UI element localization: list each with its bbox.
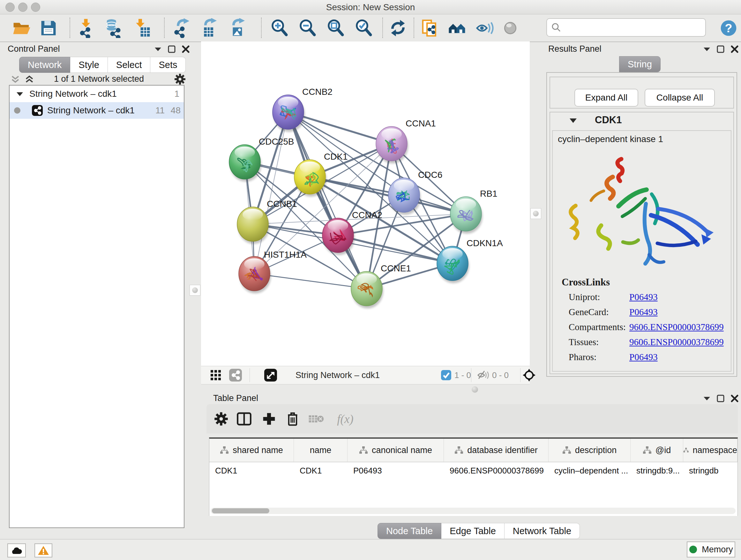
table-cell-database-identifier[interactable]: 9606.ENSP00000378699: [444, 462, 549, 479]
column-header-description[interactable]: description: [549, 439, 630, 462]
panel-float-icon[interactable]: [717, 395, 724, 402]
left-splitter-handle[interactable]: [190, 285, 200, 296]
zoom-out-icon: [297, 18, 317, 38]
export-table-button[interactable]: [199, 17, 221, 39]
table-cell-description[interactable]: cyclin–dependent ...: [549, 462, 630, 479]
column-header-shared-name[interactable]: shared name: [209, 439, 294, 462]
import-network-database-button[interactable]: [103, 17, 125, 39]
refresh-layout-button[interactable]: [387, 17, 409, 39]
network-style-button[interactable]: [229, 369, 242, 381]
help-button[interactable]: ?: [718, 17, 740, 39]
expand-all-chevron-icon[interactable]: [25, 75, 34, 84]
panel-close-icon[interactable]: [731, 395, 738, 402]
table-cell-shared-name[interactable]: CDK1: [209, 462, 294, 479]
scrollbar-thumb[interactable]: [212, 508, 269, 513]
grid-view-button[interactable]: [210, 369, 221, 381]
tree-column-icon: [643, 446, 652, 454]
section-expander-icon[interactable]: [569, 118, 577, 123]
table-cell-id[interactable]: stringdb:9...: [630, 462, 683, 479]
birdseye-view-button[interactable]: [264, 369, 277, 381]
tab-style[interactable]: Style: [70, 57, 108, 73]
column-header-id[interactable]: @id: [630, 439, 683, 462]
memory-button[interactable]: Memory: [687, 542, 735, 557]
show-columns-button[interactable]: [234, 409, 254, 429]
panel-menu-icon[interactable]: [154, 47, 161, 52]
zoom-fit-button[interactable]: [324, 17, 347, 39]
open-string-home-button[interactable]: [446, 17, 468, 39]
crosslink-link-tissues[interactable]: 9606.ENSP00000378699: [629, 337, 724, 348]
selected-nodes-indicator[interactable]: 1 - 0: [441, 369, 471, 381]
table-cell-namespace[interactable]: stringdb: [683, 462, 738, 479]
column-header-name[interactable]: name: [294, 439, 347, 462]
tab-select[interactable]: Select: [108, 57, 151, 73]
show-hide-glass-ball-button[interactable]: [499, 17, 522, 39]
panel-float-icon[interactable]: [717, 45, 724, 53]
crosslink-link-genecard[interactable]: P06493: [629, 307, 658, 317]
zoom-out-button[interactable]: [296, 17, 319, 39]
export-image-button[interactable]: [226, 17, 249, 39]
network-edge-CCNB2-CCNE1[interactable]: [288, 112, 367, 289]
tab-sets[interactable]: Sets: [150, 57, 186, 73]
panel-float-icon[interactable]: [168, 45, 176, 53]
network-edge-CDK1-RB1[interactable]: [310, 177, 466, 214]
crosslink-link-compartments[interactable]: 9606.ENSP00000378699: [629, 322, 724, 332]
panel-close-icon[interactable]: [182, 45, 190, 53]
network-edge-HIST1H1A-CCNE1[interactable]: [254, 273, 367, 289]
current-network-dot: [14, 107, 20, 114]
network-collection-row[interactable]: String Network – cdk1 1: [10, 85, 184, 102]
tab-string[interactable]: String: [619, 56, 661, 72]
crosslink-link-uniprot[interactable]: P06493: [629, 292, 658, 302]
node-label-CDKN1A: CDKN1A: [467, 238, 503, 248]
column-header-namespace[interactable]: namespace: [683, 439, 738, 462]
save-session-button[interactable]: [37, 17, 60, 39]
network-canvas[interactable]: CCNB2CCNA1CDC25BCDK1CDC6RB1CCNB1CCNA2CDK…: [201, 42, 530, 366]
warnings-button[interactable]: [35, 543, 52, 557]
tab-network-table[interactable]: Network Table: [504, 523, 580, 539]
network-from-clipboard-button[interactable]: [419, 17, 441, 39]
hidden-elements-indicator[interactable]: 0 - 0: [477, 369, 509, 381]
protein-structure-image: [556, 149, 728, 273]
export-network-button[interactable]: [171, 17, 193, 39]
zoom-in-button[interactable]: [268, 17, 290, 39]
create-column-button[interactable]: [259, 409, 279, 429]
collapse-all-chevron-icon[interactable]: [11, 75, 20, 84]
collapse-all-button[interactable]: Collapse All: [645, 89, 715, 107]
network-options-gear-icon[interactable]: [174, 73, 186, 85]
panel-menu-icon[interactable]: [703, 47, 711, 52]
import-table-file-button[interactable]: [131, 17, 153, 39]
collection-expander-icon[interactable]: [17, 91, 23, 97]
import-network-file-button[interactable]: [75, 17, 97, 39]
enhanced-labels-button[interactable]: [474, 17, 496, 39]
network-node-RB1[interactable]: RB1: [450, 189, 497, 234]
table-cell-name[interactable]: CDK1: [294, 462, 347, 479]
tab-edge-table[interactable]: Edge Table: [441, 523, 504, 539]
network-node-CCNE1[interactable]: CCNE1: [351, 263, 411, 308]
results-panel-header-icons: [703, 45, 738, 53]
crosslink-link-pharos[interactable]: P06493: [629, 352, 658, 362]
network-node-HIST1H1A[interactable]: HIST1H1A: [239, 250, 307, 294]
navigator-button[interactable]: [523, 369, 536, 381]
table-options-button[interactable]: [211, 409, 231, 429]
search-input[interactable]: [564, 20, 703, 34]
panel-menu-icon[interactable]: [703, 396, 711, 401]
network-node-CDKN1A[interactable]: CDKN1A: [437, 238, 503, 283]
network-row-selected[interactable]: String Network – cdk1 11 48: [10, 102, 184, 119]
right-splitter-handle[interactable]: [530, 208, 541, 219]
table-cell-canonical-name[interactable]: P06493: [347, 462, 444, 479]
horizontal-splitter-handle[interactable]: [472, 386, 478, 393]
column-header-label: canonical name: [372, 445, 432, 455]
cloud-status-button[interactable]: [7, 543, 26, 557]
table-panel-tabs: Node TableEdge TableNetwork Table: [378, 523, 580, 539]
expand-all-button[interactable]: Expand All: [575, 89, 638, 107]
column-header-database-identifier[interactable]: database identifier: [444, 439, 549, 462]
table-horizontal-scrollbar[interactable]: [211, 508, 736, 514]
delete-columns-button[interactable]: [282, 409, 303, 429]
network-node-CCNB1[interactable]: CCNB1: [237, 199, 297, 244]
column-header-canonical-name[interactable]: canonical name: [347, 439, 444, 462]
panel-close-icon[interactable]: [731, 45, 738, 53]
network-node-CDC6[interactable]: CDC6: [388, 170, 442, 215]
open-session-button[interactable]: [10, 17, 33, 39]
tab-node-table[interactable]: Node Table: [378, 523, 441, 539]
tab-network[interactable]: Network: [19, 57, 70, 73]
zoom-selected-button[interactable]: [352, 17, 375, 39]
